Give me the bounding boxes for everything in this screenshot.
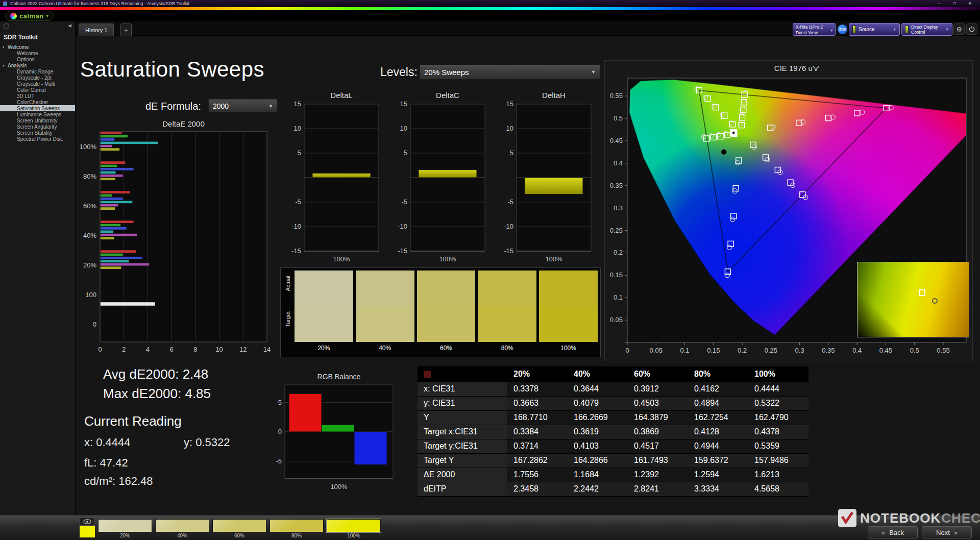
- sidebar-section-analysis[interactable]: ▾Analysis: [0, 62, 75, 68]
- svg-text:100%: 100%: [333, 255, 350, 263]
- svg-text:15: 15: [506, 100, 513, 108]
- reading-y-value: y: 0.5322: [184, 436, 230, 449]
- sweep-thumbnail-60%[interactable]: 60%: [212, 519, 266, 539]
- chevron-down-icon: ▾: [46, 14, 48, 18]
- cell-value: 0.4162: [688, 382, 748, 396]
- cell-value: 0.4079: [568, 396, 628, 410]
- cell-value: 0.5359: [748, 439, 808, 453]
- svg-text:RGB Balance: RGB Balance: [317, 373, 361, 381]
- add-tab-button[interactable]: +: [120, 23, 132, 36]
- sidebar-item-spectral-power-dist-[interactable]: Spectral Power Dist.: [0, 136, 75, 142]
- table-row: Target y:CIE310.37140.41030.45170.49440.…: [418, 439, 808, 453]
- chevron-down-icon: ▼: [945, 28, 949, 31]
- close-button[interactable]: ✕: [968, 1, 972, 6]
- thumbnail-label: 80%: [270, 532, 324, 539]
- sidebar-item-luminance-sweeps[interactable]: Luminance Sweeps: [0, 111, 75, 117]
- thumbnail-label: 40%: [155, 532, 209, 539]
- cell-value: 161.7493: [628, 453, 688, 468]
- sidebar-item-3d-lut[interactable]: 3D LUT: [0, 93, 75, 99]
- cell-value: 0.4378: [748, 425, 808, 439]
- sidebar-item-screen-stability[interactable]: Screen Stability: [0, 130, 75, 136]
- cie-diagram-panel: CIE 1976 u'v'00.050.050.10.10.150.150.20…: [604, 60, 973, 361]
- de-formula-dropdown[interactable]: 2000 ▼: [208, 99, 278, 113]
- sidebar-item-welcome[interactable]: Welcome: [0, 50, 75, 56]
- svg-text:15: 15: [294, 100, 301, 108]
- sidebar-item-dynamic-range[interactable]: Dynamic Range: [0, 68, 75, 75]
- sidebar-item-saturation-sweeps[interactable]: Saturation Sweeps: [0, 105, 75, 111]
- sidebar-item-grayscale-2pt[interactable]: Grayscale - 2pt: [0, 75, 75, 81]
- actual-swatch: [417, 271, 476, 306]
- sweep-thumbnail-20%[interactable]: 20%: [98, 519, 152, 539]
- svg-text:CIE 1976 u'v': CIE 1976 u'v': [774, 64, 819, 72]
- sidebar-header: SDR Toolkit: [0, 32, 75, 44]
- svg-text:80%: 80%: [83, 173, 96, 180]
- thumbnail-label: 100%: [327, 532, 381, 539]
- de-formula-value: 2000: [213, 102, 229, 110]
- avg-de2000-stat: Avg dE2000: 2.48: [103, 366, 208, 382]
- sidebar-item-screen-uniformity[interactable]: Screen Uniformity: [0, 117, 75, 124]
- maximize-button[interactable]: □: [953, 1, 955, 6]
- levels-dropdown[interactable]: 20% Sweeps ▼: [420, 64, 600, 80]
- minimize-button[interactable]: ─: [938, 1, 941, 6]
- sweep-thumbnail-40%[interactable]: 40%: [155, 519, 209, 539]
- preview-toggle-button[interactable]: [80, 518, 95, 526]
- sidebar-item-grayscale-multi[interactable]: Grayscale - Multi: [0, 81, 75, 87]
- source-selector-button[interactable]: Source ▼: [849, 23, 900, 36]
- tab-history-1[interactable]: History 1: [79, 23, 114, 36]
- sidebar-item-screen-angularity[interactable]: Screen Angularity: [0, 124, 75, 130]
- sidebar-tree: ▾WelcomeWelcomeOptions▾AnalysisDynamic R…: [0, 44, 75, 142]
- svg-text:DeltaH: DeltaH: [542, 91, 566, 100]
- power-button[interactable]: [966, 23, 977, 35]
- delta-c-chart: DeltaC-15-10-551015100%: [392, 90, 489, 266]
- thumbnail-swatch: [327, 519, 381, 532]
- cell-value: 0.4103: [568, 439, 628, 453]
- sidebar-item-options[interactable]: Options: [0, 56, 75, 62]
- back-button[interactable]: « Back: [868, 526, 918, 538]
- reading-cdm2-value: cd/m²: 162.48: [84, 475, 153, 488]
- cell-value: 1.6213: [748, 468, 808, 482]
- gear-icon: ⚙: [956, 26, 962, 33]
- row-label: x: CIE31: [418, 382, 507, 396]
- svg-text:-15: -15: [291, 247, 301, 255]
- target-swatch: [478, 306, 536, 342]
- calman-logo-text: calman: [19, 12, 44, 20]
- cell-value: 0.4894: [688, 396, 748, 410]
- svg-text:0.5: 0.5: [910, 347, 919, 354]
- svg-text:-15: -15: [504, 247, 513, 255]
- back-arrow-icon: «: [881, 529, 885, 536]
- display-control-button[interactable]: Direct Display Control ▼: [901, 23, 952, 36]
- sidebar-menu-icon[interactable]: [4, 23, 9, 29]
- calman-logo-menu[interactable]: calman ▾: [5, 11, 54, 21]
- swatch-column-40%: 40%: [356, 271, 414, 354]
- meter-selector-button[interactable]: X-Rite i1Pro 2 Direct View ▼: [793, 23, 836, 36]
- calman-app: Calman 2022 Calman Ultimate for Business…: [0, 0, 980, 540]
- svg-text:10: 10: [294, 125, 301, 132]
- thumbnail-label: 60%: [212, 532, 266, 539]
- source-label: Source: [859, 27, 875, 32]
- row-label: y: CIE31: [418, 396, 507, 410]
- next-button[interactable]: Next »: [922, 526, 972, 538]
- calman-color-wheel-icon: [10, 13, 17, 19]
- sweep-thumbnail-80%[interactable]: 80%: [270, 519, 324, 539]
- cell-value: 0.3644: [568, 382, 628, 396]
- svg-text:-10: -10: [398, 223, 407, 230]
- table-col-header: 40%: [568, 366, 628, 382]
- cell-value: 0.4944: [688, 439, 748, 453]
- sweep-thumbnail-100%[interactable]: 100%: [327, 519, 381, 539]
- delta-h-chart: DeltaH-15-10-551015100%: [498, 90, 595, 266]
- cell-value: 167.2862: [507, 453, 568, 468]
- chevron-down-icon: ▼: [830, 28, 834, 34]
- target-swatch: [539, 306, 598, 342]
- settings-gear-button[interactable]: ⚙: [953, 23, 965, 35]
- sidebar-section-welcome[interactable]: ▾Welcome: [0, 44, 75, 50]
- chevron-down-icon: ▼: [591, 69, 596, 75]
- cell-value: 164.3879: [628, 410, 688, 425]
- sidebar-item-color-gamut[interactable]: Color Gamut: [0, 87, 75, 93]
- preview-widget: [80, 518, 95, 537]
- table-row: x: CIE310.33780.36440.39120.41620.4444: [418, 382, 808, 396]
- current-reading-title: Current Reading: [84, 413, 182, 429]
- sidebar-item-colorchecker[interactable]: ColorChecker: [0, 99, 75, 105]
- thumbnail-swatch: [270, 519, 324, 532]
- svg-text:DeltaE 2000: DeltaE 2000: [162, 119, 205, 128]
- sidebar-collapse-button[interactable]: ◀: [68, 23, 71, 28]
